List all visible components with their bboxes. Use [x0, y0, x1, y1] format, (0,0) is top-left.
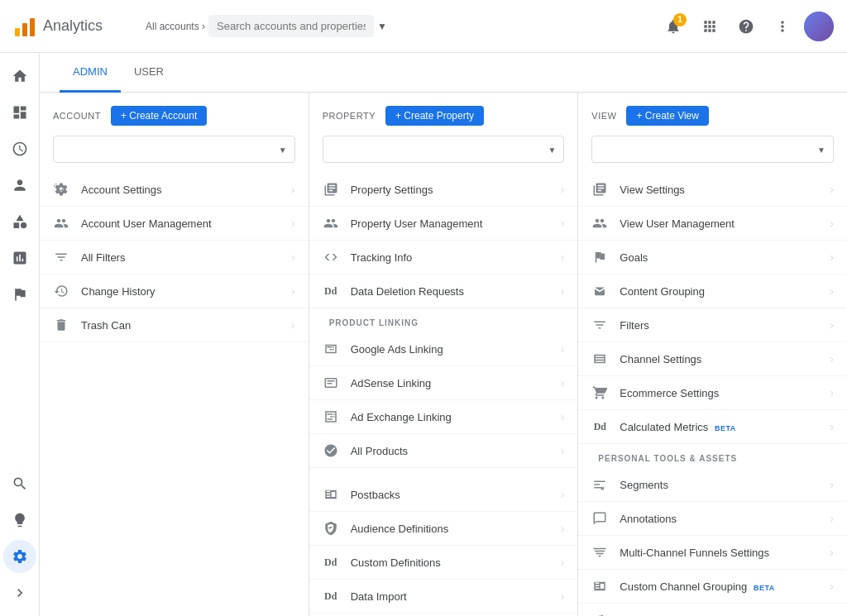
property-selector-dropdown[interactable]: [323, 136, 565, 163]
trash-can-arrow: ›: [291, 318, 295, 332]
sidebar-item-realtime[interactable]: [3, 132, 36, 165]
ad-exchange-item[interactable]: Ad Exchange Linking ›: [309, 400, 578, 434]
postbacks-item[interactable]: Postbacks ›: [309, 478, 578, 512]
view-user-mgmt-item[interactable]: View User Management ›: [578, 207, 847, 241]
data-deletion-label: Data Deletion Requests: [351, 285, 549, 298]
top-nav: Analytics All accounts › ▼ 1: [0, 0, 847, 53]
user-avatar-button[interactable]: [804, 12, 834, 41]
property-col-header: Property + Create Property: [309, 106, 578, 136]
tracking-info-label: Tracking Info: [351, 251, 549, 264]
nav-icons: 1: [658, 12, 834, 41]
property-select[interactable]: [323, 136, 565, 163]
admin-columns: Account + Create Account Account Setting…: [40, 93, 847, 616]
goals-icon: [591, 249, 608, 265]
more-options-button[interactable]: [768, 12, 797, 41]
apps-button[interactable]: [695, 12, 725, 41]
data-import-icon: Dd: [323, 588, 339, 604]
channel-settings-icon: [591, 351, 608, 367]
account-breadcrumb[interactable]: All accounts ›: [146, 21, 205, 32]
ecommerce-settings-item[interactable]: Ecommerce Settings ›: [578, 376, 847, 410]
multi-channel-funnels-item[interactable]: Multi-Channel Funnels Settings ›: [578, 536, 847, 570]
account-search-input[interactable]: [208, 15, 374, 37]
channel-settings-item[interactable]: Channel Settings ›: [578, 342, 847, 376]
notifications-button[interactable]: 1: [658, 12, 688, 41]
data-import-arrow: ›: [561, 590, 565, 603]
product-linking-section-label: PRODUCT LINKING: [309, 308, 578, 332]
goals-item[interactable]: Goals ›: [578, 241, 847, 275]
audience-definitions-item[interactable]: Audience Definitions ›: [309, 512, 578, 546]
ecommerce-settings-icon: [591, 384, 608, 401]
create-account-button[interactable]: + Create Account: [111, 106, 207, 126]
help-button[interactable]: [731, 12, 761, 41]
custom-channel-grouping-item[interactable]: Custom Channel Grouping BETA ›: [578, 570, 847, 604]
tab-admin[interactable]: ADMIN: [60, 53, 121, 93]
custom-definitions-item[interactable]: Dd Custom Definitions ›: [309, 546, 578, 580]
sidebar-item-audience[interactable]: [3, 169, 36, 202]
create-property-button[interactable]: + Create Property: [385, 106, 484, 126]
account-settings-item[interactable]: Account Settings ›: [40, 173, 309, 207]
ad-exchange-arrow: ›: [561, 410, 565, 423]
all-products-item[interactable]: All Products ›: [309, 434, 578, 468]
create-view-button[interactable]: + Create View: [626, 106, 709, 126]
all-products-label: All Products: [351, 445, 549, 457]
sidebar-item-search[interactable]: [3, 467, 36, 500]
sidebar-item-home[interactable]: [3, 60, 36, 93]
calculated-metrics-item[interactable]: Dd Calculated Metrics BETA ›: [578, 410, 847, 444]
data-import-item[interactable]: Dd Data Import ›: [309, 580, 578, 614]
sidebar-item-lightbulb[interactable]: [3, 504, 36, 537]
sidebar-item-expand[interactable]: [3, 576, 36, 609]
all-filters-label: All Filters: [81, 251, 280, 264]
view-selector-dropdown[interactable]: [591, 136, 834, 163]
filters-label: Filters: [620, 319, 818, 332]
tracking-info-item[interactable]: Tracking Info ›: [309, 241, 578, 275]
goals-label: Goals: [620, 251, 818, 264]
sidebar-item-admin[interactable]: [3, 540, 36, 573]
all-filters-item[interactable]: All Filters ›: [40, 241, 309, 275]
property-column: Property + Create Property Property Sett…: [309, 93, 579, 616]
sidebar-item-acquisition[interactable]: [3, 205, 36, 238]
audience-definitions-arrow: ›: [561, 522, 565, 535]
change-history-arrow: ›: [291, 284, 295, 298]
view-settings-item[interactable]: View Settings ›: [578, 173, 847, 207]
property-user-mgmt-item[interactable]: Property User Management ›: [309, 207, 578, 241]
channel-settings-label: Channel Settings: [620, 353, 818, 365]
main-content: ADMIN USER Account + Create Account Acco…: [40, 53, 847, 616]
adsense-linking-item[interactable]: AdSense Linking ›: [309, 366, 578, 400]
filters-arrow: ›: [830, 318, 834, 332]
custom-alerts-item[interactable]: Custom Alerts ›: [578, 604, 847, 616]
account-selector-dropdown[interactable]: [53, 136, 295, 163]
custom-channel-grouping-beta: BETA: [754, 584, 775, 592]
calculated-metrics-label: Calculated Metrics BETA: [620, 421, 818, 433]
all-products-arrow: ›: [561, 444, 565, 457]
personal-tools-section-label: PERSONAL TOOLS & ASSETS: [578, 444, 847, 468]
tab-user[interactable]: USER: [121, 53, 177, 93]
account-user-mgmt-icon: [53, 215, 69, 232]
sidebar-item-conversions[interactable]: [3, 278, 36, 311]
account-settings-icon: [53, 181, 69, 198]
filters-item[interactable]: Filters ›: [578, 308, 847, 342]
property-settings-arrow: ›: [561, 183, 565, 196]
sidebar-item-behavior[interactable]: [3, 241, 36, 275]
sidebar-item-reports[interactable]: [3, 96, 36, 129]
data-deletion-item[interactable]: Dd Data Deletion Requests ›: [309, 275, 578, 308]
change-history-item[interactable]: Change History ›: [40, 275, 309, 308]
annotations-item[interactable]: Annotations ›: [578, 502, 847, 536]
content-grouping-item[interactable]: Content Grouping ›: [578, 275, 847, 308]
account-select[interactable]: [53, 136, 295, 163]
view-select[interactable]: [591, 136, 834, 163]
help-icon: [738, 18, 754, 35]
custom-definitions-arrow: ›: [561, 556, 565, 569]
all-products-icon: [323, 442, 339, 459]
adsense-linking-label: AdSense Linking: [351, 377, 549, 389]
google-ads-item[interactable]: Google Ads Linking ›: [309, 332, 578, 366]
search-icon: [12, 475, 28, 492]
more-vert-icon: [774, 18, 791, 35]
trash-can-item[interactable]: Trash Can ›: [40, 308, 309, 342]
account-user-mgmt-item[interactable]: Account User Management ›: [40, 207, 309, 241]
analytics-logo: [13, 15, 36, 38]
adsense-linking-icon: [323, 375, 339, 391]
view-settings-icon: [591, 181, 608, 198]
segments-item[interactable]: Segments ›: [578, 468, 847, 502]
chevron-right-icon: [12, 585, 28, 601]
property-settings-item[interactable]: Property Settings ›: [309, 173, 578, 207]
